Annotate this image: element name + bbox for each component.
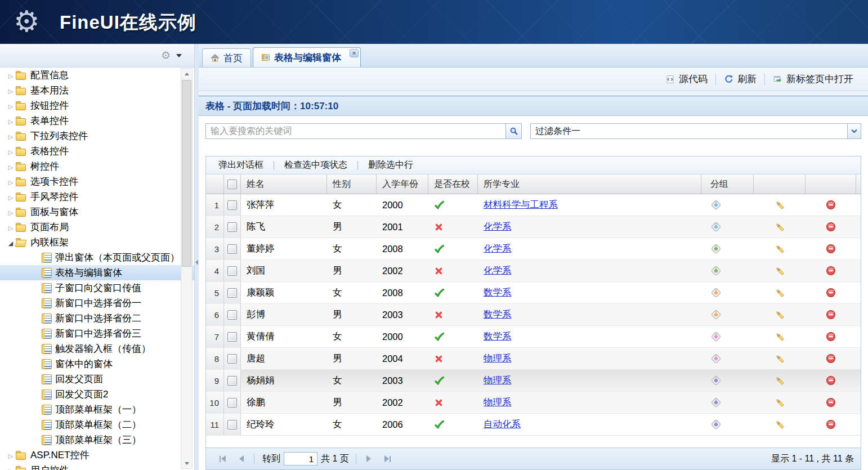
tree-item[interactable]: 子窗口向父窗口传值 [0, 280, 194, 296]
table-row[interactable]: 4 刘国 男 2002 化学系 [206, 260, 861, 282]
search-button[interactable] [505, 124, 521, 138]
tree-item[interactable]: 用户控件 [0, 463, 194, 470]
tree-item[interactable]: 顶部菜单框架（三） [0, 432, 194, 447]
tree-item[interactable]: 下拉列表控件 [0, 128, 194, 144]
major-link[interactable]: 物理系 [484, 352, 512, 365]
delete-row-icon[interactable] [826, 375, 836, 386]
collapse-arrow-icon[interactable] [195, 259, 198, 265]
open-dialog-button[interactable]: 弹出对话框 [208, 159, 274, 171]
edit-pencil-icon[interactable] [775, 244, 785, 254]
header-enrolled[interactable]: 是否在校 [428, 174, 478, 194]
tree-item[interactable]: 按钮控件 [0, 98, 194, 113]
major-link[interactable]: 自动化系 [484, 418, 521, 431]
row-checkbox[interactable] [227, 266, 237, 276]
open-newtab-button[interactable]: 新标签页中打开 [765, 73, 861, 86]
tab-grid-edit-window[interactable]: 表格与编辑窗体 × [253, 47, 361, 67]
expander-icon[interactable] [6, 176, 16, 187]
tree-item[interactable]: 基本用法 [0, 83, 194, 98]
delete-row-icon[interactable] [826, 200, 836, 210]
sidebar-scrollbar[interactable] [181, 68, 193, 469]
expander-icon[interactable] [6, 191, 16, 203]
delete-row-icon[interactable] [826, 310, 836, 320]
expander-icon[interactable] [6, 161, 16, 172]
tree-item[interactable]: 树控件 [0, 159, 194, 174]
tree-item[interactable]: 页面布局 [0, 220, 194, 235]
major-link[interactable]: 数学系 [484, 330, 512, 343]
delete-row-icon[interactable] [826, 353, 836, 364]
delete-row-icon[interactable] [826, 332, 836, 342]
major-link[interactable]: 化学系 [484, 265, 512, 277]
next-page-icon[interactable] [360, 448, 378, 469]
tree-item[interactable]: 新窗口中选择省份三 [0, 326, 194, 341]
delete-row-icon[interactable] [826, 244, 836, 254]
settings-gear-icon[interactable]: ⚙ [161, 49, 171, 62]
major-link[interactable]: 化学系 [484, 243, 512, 255]
expander-icon[interactable] [6, 465, 16, 470]
edit-pencil-icon[interactable] [775, 222, 785, 232]
expander-icon[interactable] [6, 70, 16, 81]
delete-selected-button[interactable]: 删除选中行 [358, 159, 423, 171]
expander-icon[interactable] [6, 115, 16, 127]
table-row[interactable]: 9 杨娟娟 女 2003 物理系 [206, 370, 861, 392]
delete-row-icon[interactable] [826, 222, 836, 232]
table-row[interactable]: 7 黄倩倩 女 2000 数学系 [206, 326, 861, 348]
edit-pencil-icon[interactable] [775, 419, 785, 430]
expander-icon[interactable] [6, 222, 16, 233]
table-row[interactable]: 11 纪玲玲 女 2006 自动化系 [206, 414, 861, 436]
sidebar-splitter[interactable] [195, 44, 199, 470]
edit-pencil-icon[interactable] [775, 200, 785, 211]
check-selected-button[interactable]: 检查选中项状态 [274, 159, 357, 171]
edit-pencil-icon[interactable] [775, 353, 785, 364]
tree-item[interactable]: 手风琴控件 [0, 189, 194, 204]
tree-item[interactable]: 触发器输入框（传值） [0, 341, 194, 356]
scrollbar-down-icon[interactable] [181, 458, 192, 468]
tree-item[interactable]: 内联框架 [0, 235, 194, 250]
prev-page-icon[interactable] [232, 448, 250, 469]
table-row[interactable]: 8 唐超 男 2004 物理系 [206, 348, 861, 370]
table-row[interactable]: 3 董婷婷 女 2008 化学系 [206, 238, 861, 260]
major-link[interactable]: 物理系 [484, 374, 512, 387]
tree-item[interactable]: 顶部菜单框架（二） [0, 417, 194, 432]
page-number-input[interactable] [284, 452, 317, 465]
header-gender[interactable]: 性别 [327, 174, 377, 194]
filter-dropdown[interactable]: 过滤条件一 [530, 123, 861, 139]
header-major[interactable]: 所学专业 [478, 174, 701, 194]
last-page-icon[interactable] [378, 448, 397, 469]
expander-icon[interactable] [6, 207, 16, 218]
delete-row-icon[interactable] [826, 397, 836, 408]
major-link[interactable]: 数学系 [484, 287, 512, 299]
expander-icon[interactable] [6, 450, 16, 461]
delete-row-icon[interactable] [826, 288, 836, 298]
tab-close-icon[interactable]: × [350, 49, 359, 57]
tree-item[interactable]: 选项卡控件 [0, 174, 194, 189]
row-checkbox[interactable] [227, 354, 237, 364]
row-checkbox[interactable] [227, 200, 237, 210]
major-link[interactable]: 材料科学与工程系 [484, 199, 558, 211]
tree-item[interactable]: 顶部菜单框架（一） [0, 402, 194, 417]
header-group[interactable]: 分组 [701, 174, 754, 194]
select-all-checkbox[interactable] [227, 180, 237, 189]
edit-pencil-icon[interactable] [775, 266, 785, 276]
tree-item[interactable]: 表格控件 [0, 144, 194, 159]
tree-item[interactable]: 面板与窗体 [0, 204, 194, 220]
dropdown-trigger[interactable] [847, 124, 861, 138]
tree-item[interactable]: ASP.NET控件 [0, 447, 194, 463]
table-row[interactable]: 6 彭博 男 2003 数学系 [206, 304, 861, 326]
first-page-icon[interactable] [213, 448, 232, 469]
table-row[interactable]: 10 徐鹏 男 2002 物理系 [206, 392, 861, 414]
tree-item[interactable]: 表格与编辑窗体 [0, 265, 194, 280]
major-link[interactable]: 数学系 [484, 308, 512, 321]
expander-icon[interactable] [6, 131, 16, 142]
major-link[interactable]: 物理系 [484, 396, 512, 409]
delete-row-icon[interactable] [826, 419, 836, 429]
row-checkbox[interactable] [227, 332, 237, 342]
edit-pencil-icon[interactable] [775, 375, 785, 386]
table-row[interactable]: 1 张萍萍 女 2000 材料科学与工程系 [206, 194, 861, 216]
tab-home[interactable]: 首页 [202, 48, 251, 67]
row-checkbox[interactable] [227, 420, 237, 429]
tree-item[interactable]: 窗体中的窗体 [0, 356, 194, 371]
edit-pencil-icon[interactable] [775, 332, 785, 342]
caret-down-icon[interactable] [176, 54, 182, 57]
scrollbar-thumb[interactable] [182, 80, 191, 267]
major-link[interactable]: 化学系 [484, 221, 512, 233]
